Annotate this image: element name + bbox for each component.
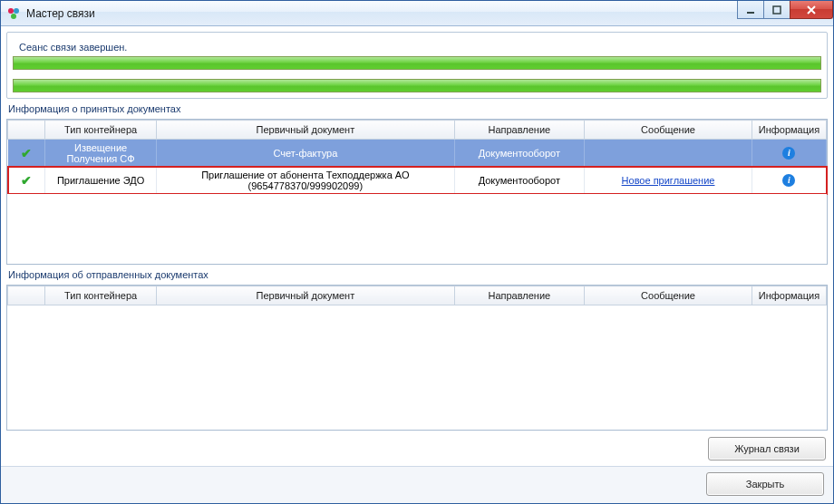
info-cell: i: [752, 167, 826, 194]
col-header-direction[interactable]: Направление: [454, 121, 585, 140]
progress-bar-2: [13, 79, 821, 92]
minimize-button[interactable]: [737, 1, 764, 19]
direction-cell: Документооборот: [454, 167, 585, 194]
svg-point-1: [14, 8, 19, 14]
status-cell: ✔: [8, 167, 45, 194]
svg-point-0: [8, 8, 14, 14]
check-icon: ✔: [21, 173, 32, 188]
sent-header-row: Тип контейнера Первичный документ Направ…: [8, 286, 827, 305]
info-icon[interactable]: i: [782, 147, 795, 160]
received-header-row: Тип контейнера Первичный документ Направ…: [8, 121, 827, 140]
footer: Закрыть: [1, 466, 833, 503]
titlebar[interactable]: Мастер связи: [1, 1, 833, 26]
col-header-status[interactable]: [8, 121, 45, 140]
col-header-info[interactable]: Информация: [752, 121, 826, 140]
message-link[interactable]: Новое приглашение: [622, 175, 715, 186]
info-cell: i: [752, 140, 826, 168]
client-area: Сеанс связи завершен. Информация о приня…: [1, 26, 833, 466]
table-row[interactable]: ✔Приглашение ЭДОПриглашение от абонента …: [8, 167, 827, 194]
close-dialog-button[interactable]: Закрыть: [706, 472, 824, 496]
col-header-message[interactable]: Сообщение: [585, 286, 752, 305]
window-title: Мастер связи: [26, 7, 95, 20]
svg-rect-4: [747, 12, 754, 14]
status-cell: ✔: [8, 140, 45, 168]
col-header-info[interactable]: Информация: [752, 286, 826, 305]
primary-cell: Счет-фактура: [157, 140, 454, 168]
window-root: Мастер связи Сеанс связи завершен. Инфор…: [0, 0, 834, 504]
inner-button-row: Журнал связи: [6, 433, 828, 460]
col-header-message[interactable]: Сообщение: [585, 121, 752, 140]
received-section-label: Информация о принятых документах: [8, 103, 828, 114]
primary-cell: Приглашение от абонента Техподдержка АО …: [157, 167, 454, 194]
type-cell: Приглашение ЭДО: [45, 167, 157, 194]
col-header-primary[interactable]: Первичный документ: [157, 121, 454, 140]
session-status-group: Сеанс связи завершен.: [6, 32, 828, 99]
window-controls: [738, 1, 833, 19]
progress-bar-1: [13, 56, 821, 70]
app-icon: [6, 6, 21, 21]
col-header-direction[interactable]: Направление: [454, 286, 585, 305]
col-header-type[interactable]: Тип контейнера: [45, 286, 157, 305]
received-grid[interactable]: Тип контейнера Первичный документ Направ…: [6, 119, 828, 265]
col-header-status[interactable]: [8, 286, 45, 305]
col-header-type[interactable]: Тип контейнера: [45, 121, 157, 140]
sent-grid[interactable]: Тип контейнера Первичный документ Направ…: [6, 285, 828, 431]
session-status-text: Сеанс связи завершен.: [16, 42, 130, 53]
journal-button[interactable]: Журнал связи: [708, 437, 826, 460]
sent-section-label: Информация об отправленных документах: [8, 269, 828, 280]
info-icon[interactable]: i: [782, 174, 795, 187]
maximize-button[interactable]: [763, 1, 790, 19]
close-button[interactable]: [790, 1, 833, 19]
check-icon: ✔: [21, 146, 32, 160]
message-cell: Новое приглашение: [585, 167, 752, 194]
message-cell: [585, 140, 752, 168]
type-cell: Извещение Получения СФ: [45, 140, 157, 168]
table-row[interactable]: ✔Извещение Получения СФСчет-фактураДокум…: [8, 140, 827, 168]
col-header-primary[interactable]: Первичный документ: [157, 286, 454, 305]
svg-point-2: [11, 14, 16, 19]
direction-cell: Документооборот: [454, 140, 585, 168]
svg-rect-5: [773, 6, 781, 14]
